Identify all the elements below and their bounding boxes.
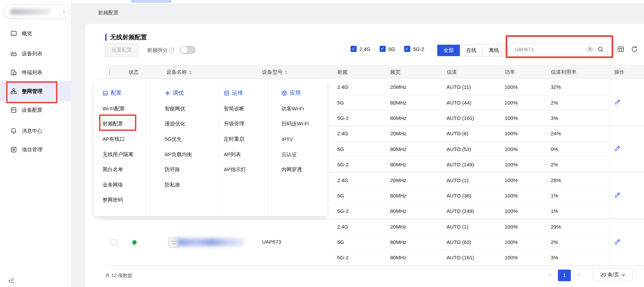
cell-band: 5G-2 xyxy=(333,250,386,265)
page-number-button[interactable]: 1 xyxy=(558,270,571,281)
column-header-射频: 射频 xyxy=(333,65,386,79)
cell-width: 80MHz xyxy=(386,157,442,172)
column-header-频宽: 频宽 xyxy=(386,65,442,79)
cell-util: 28% xyxy=(547,172,610,188)
cell-width: 80MHz xyxy=(386,188,442,203)
menu-item-黑白名单[interactable]: 黑白名单 xyxy=(102,162,150,177)
sidebar-item-6[interactable]: 消息中心 xyxy=(0,121,71,141)
cell-power: 100% xyxy=(501,141,547,157)
checkbox-checked-icon[interactable]: ✓ xyxy=(380,46,386,52)
band-filter-5G[interactable]: ✓5G xyxy=(380,46,395,52)
edit-icon[interactable] xyxy=(614,238,621,245)
band-filter-5G-2[interactable]: ✓5G-2 xyxy=(404,46,424,52)
sidebar-item-1[interactable]: 概览 xyxy=(0,23,71,44)
menu-item-IPTV[interactable]: IPTV xyxy=(282,132,327,147)
radio-split-label-wrap: 射频拆分 ? xyxy=(147,46,174,54)
band-filter-2.4G[interactable]: ✓2.4G xyxy=(351,46,371,52)
radio-split-label: 射频拆分 xyxy=(147,47,168,54)
menu-item-AP指示灯[interactable]: AP指示灯 xyxy=(224,162,268,177)
cell-band: 5G-2 xyxy=(333,110,386,126)
edit-icon[interactable] xyxy=(614,99,621,105)
status-filter-全部[interactable]: 全部 xyxy=(437,45,460,56)
menu-item-扫码连Wi-Fi[interactable]: 扫码连Wi-Fi xyxy=(282,117,327,132)
cell-power: 100% xyxy=(501,95,547,110)
checkbox-checked-icon[interactable]: ✓ xyxy=(351,46,357,52)
sort-icon[interactable] xyxy=(285,70,287,74)
radio-split-toggle[interactable] xyxy=(180,46,196,54)
menu-category-title: 运维 xyxy=(224,87,268,99)
cell-width: 80MHz xyxy=(386,110,442,126)
cell-power: 100% xyxy=(501,157,547,172)
menu-item-定时重启[interactable]: 定时重启 xyxy=(224,132,268,147)
menu-item-升级管理[interactable]: 升级管理 xyxy=(224,117,268,132)
cell-band: 2.4G xyxy=(333,219,386,234)
prev-page-button[interactable]: ‹ xyxy=(547,270,552,281)
sidebar-collapse-icon[interactable] xyxy=(8,277,15,284)
cell-power: 100% xyxy=(501,250,547,265)
column-header-功率: 功率 xyxy=(501,65,547,79)
row-checkbox[interactable] xyxy=(111,239,117,245)
cell-band: 2.4G xyxy=(333,79,386,95)
online-status-dot xyxy=(132,240,137,245)
column-header-checkbox[interactable] xyxy=(105,65,124,79)
cell-width: 80MHz xyxy=(386,250,442,265)
menu-column-运维: 运维智简诊断升级管理定时重启AP列表AP指示灯 xyxy=(219,80,269,216)
column-settings-icon[interactable] xyxy=(617,45,625,53)
page-size-select[interactable]: 20 条/页 ∨ xyxy=(593,268,633,281)
action-cell xyxy=(610,203,644,219)
menu-item-业务网络[interactable]: 业务网络 xyxy=(102,177,150,193)
menu-item-Wi-Fi配置[interactable]: Wi-Fi配置 xyxy=(102,101,150,117)
device-config-icon xyxy=(10,107,17,113)
checkbox-checked-icon[interactable]: ✓ xyxy=(404,46,410,52)
edit-icon[interactable] xyxy=(614,145,621,152)
menu-item-整网密码[interactable]: 整网密码 xyxy=(102,193,150,208)
menu-item-防环路[interactable]: 防环路 xyxy=(165,162,219,177)
sidebar-item-3[interactable]: 终端列表 xyxy=(0,62,71,83)
sort-icon[interactable] xyxy=(189,70,192,74)
band-filter-group: ✓2.4G✓5G✓5G-2 xyxy=(351,46,433,52)
next-page-button[interactable]: › xyxy=(576,270,582,281)
cell-channel: AUTO (11) xyxy=(442,79,501,95)
menu-category-title: 应用 xyxy=(282,87,327,99)
sidebar-item-7[interactable]: 项目管理 xyxy=(0,139,71,160)
ops-icon xyxy=(224,90,230,96)
menu-item-智能网优[interactable]: 智能网优 xyxy=(165,101,219,117)
menu-item-防私接[interactable]: 防私接 xyxy=(165,177,219,193)
menu-category-label: 配置 xyxy=(111,90,122,97)
project-selector[interactable]: › xyxy=(4,4,70,19)
annotation-box-sidebar xyxy=(6,81,57,103)
column-header-设备型号[interactable]: 设备型号 xyxy=(258,65,333,79)
browser-tab-fragment xyxy=(131,0,172,3)
cell-channel: AUTO (161) xyxy=(442,110,501,126)
menu-item-AP负载均衡[interactable]: AP负载均衡 xyxy=(165,147,219,162)
action-cell xyxy=(610,79,644,95)
status-filter-离线[interactable]: 离线 xyxy=(482,45,505,56)
menu-item-AP列表[interactable]: AP列表 xyxy=(224,147,268,162)
sidebar-item-label: 终端列表 xyxy=(22,69,42,76)
toggle-knob xyxy=(181,46,188,53)
cell-channel: AUTO (44) xyxy=(442,95,501,110)
edit-icon[interactable] xyxy=(614,192,621,198)
bulk-config-button[interactable]: 批量配置 xyxy=(105,43,138,57)
cell-power: 100% xyxy=(501,172,547,188)
cell-util: 29% xyxy=(547,219,610,234)
menu-item-AP有线口[interactable]: AP有线口 xyxy=(102,132,150,147)
menu-item-访客Wi-Fi[interactable]: 访客Wi-Fi xyxy=(282,101,327,117)
status-filter-在线[interactable]: 在线 xyxy=(460,45,482,56)
sidebar-item-2[interactable]: 设备列表 xyxy=(0,43,71,64)
menu-item-智简诊断[interactable]: 智简诊断 xyxy=(224,101,268,117)
cell-empty xyxy=(124,250,162,265)
select-all-checkbox[interactable] xyxy=(109,69,110,76)
column-header-设备名称[interactable]: 设备名称 xyxy=(162,65,258,79)
overview-icon xyxy=(10,30,17,37)
menu-item-内网穿透[interactable]: 内网穿透 xyxy=(282,162,327,177)
refresh-icon[interactable] xyxy=(631,45,638,53)
cell-empty xyxy=(105,219,124,234)
menu-item-漫游优化[interactable]: 漫游优化 xyxy=(165,117,219,132)
device-list-icon xyxy=(10,50,17,57)
help-icon[interactable]: ? xyxy=(169,47,174,53)
menu-item-无线用户隔离[interactable]: 无线用户隔离 xyxy=(102,147,150,162)
menu-item-云认证[interactable]: 云认证 xyxy=(282,147,327,162)
table-row: 5G-280MHzAUTO (161)100%3% xyxy=(105,250,644,265)
menu-item-5G优先[interactable]: 5G优先 xyxy=(165,132,219,147)
